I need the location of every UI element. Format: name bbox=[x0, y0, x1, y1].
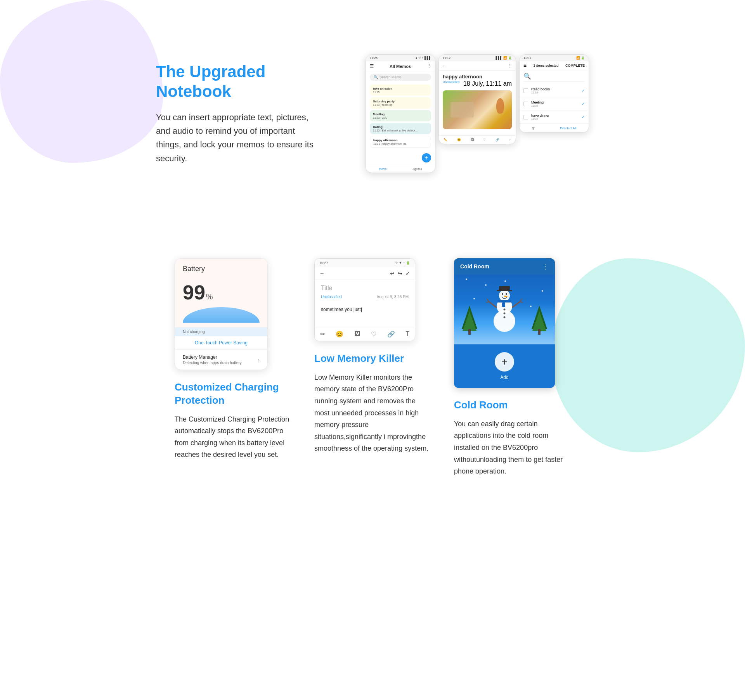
svg-line-14 bbox=[512, 302, 520, 308]
memo-list: take an exam 11:25 Saturday party 11:23 … bbox=[366, 83, 435, 151]
redo-icon[interactable]: ↪ bbox=[398, 270, 402, 277]
cold-room-add-area: + Add bbox=[454, 344, 555, 388]
toolbar-icon-1[interactable]: ✏ bbox=[320, 330, 325, 338]
checkbox-1[interactable] bbox=[523, 88, 528, 93]
low-memory-desc: Low Memory Killer monitors the memory st… bbox=[314, 372, 431, 455]
bottom-three-cols: Battery 99 % Not charging One-Touch Powe… bbox=[175, 258, 570, 477]
checkbox-3[interactable] bbox=[523, 115, 528, 119]
battery-card: Battery 99 % Not charging One-Touch Powe… bbox=[175, 258, 268, 370]
svg-line-16 bbox=[486, 302, 489, 302]
svg-point-9 bbox=[506, 293, 507, 295]
emoji-icon[interactable]: 😊 bbox=[457, 138, 461, 142]
nav-agenda[interactable]: Agenda bbox=[412, 168, 422, 170]
checklist-bottom-toolbar: 🗑 Deselect All bbox=[520, 124, 589, 132]
search-placeholder: Search Memo bbox=[379, 75, 401, 79]
phone-memos-list: 11:25 ● ☆ ↑ ▌▌▌ ☰ All Memos ⋮ 🔍 Search M… bbox=[366, 54, 435, 173]
add-button[interactable]: + bbox=[495, 352, 514, 372]
checkbox-2[interactable] bbox=[523, 102, 528, 106]
top-section: The Upgraded Notebook You can insert app… bbox=[0, 0, 745, 235]
back-icon-memo[interactable]: ← bbox=[319, 270, 325, 277]
svg-point-8 bbox=[502, 293, 503, 295]
toolbar-icon-2[interactable]: 😊 bbox=[336, 330, 343, 338]
battery-manager-row[interactable]: Battery Manager Detecting when apps drai… bbox=[175, 350, 267, 370]
nav-memo[interactable]: Memo bbox=[379, 168, 386, 170]
dots-icon[interactable]: ⋮ bbox=[508, 64, 512, 68]
toolbar-icon-5[interactable]: 🔗 bbox=[387, 330, 395, 338]
svg-rect-24 bbox=[538, 329, 541, 335]
edit-icon[interactable]: ✏️ bbox=[444, 138, 447, 142]
battery-percentage-row: 99 % bbox=[183, 281, 260, 304]
list-item[interactable]: Saturday party 11:23 | dress up bbox=[370, 97, 431, 109]
memo-title-field[interactable]: Title bbox=[315, 280, 415, 293]
battery-manager-title: Battery Manager bbox=[183, 354, 242, 360]
list-item[interactable]: Dating 11:23 | Eat with mark at five o'c… bbox=[370, 123, 431, 134]
list-item[interactable]: Meeting 11:23 | 2:30 bbox=[370, 110, 431, 121]
complete-button[interactable]: COMPLETE bbox=[565, 64, 585, 67]
back-icon[interactable]: ← bbox=[443, 64, 447, 68]
memo-category-label: Unclassified bbox=[321, 295, 342, 299]
memo-detail-title: happy afternoon bbox=[443, 74, 512, 80]
list-item[interactable]: happy afternoon 11:11 | happy afternoon … bbox=[370, 136, 431, 148]
checklist-search[interactable]: 🔍 bbox=[523, 73, 585, 82]
delete-icon[interactable]: 🗑 bbox=[532, 126, 535, 130]
phone-header-2: ← ⋮ bbox=[439, 61, 516, 71]
cold-room-column: Cold Room ⋮ bbox=[454, 258, 570, 477]
memo-date: 18 July, 11:11 am bbox=[463, 80, 512, 87]
check-item-2[interactable]: Meeting 11:30 ✓ bbox=[520, 97, 589, 111]
status-bar-2: 11:12 ▌▌▌ 📶 🔋 bbox=[439, 55, 516, 61]
battery-manager-sub: Detecting when apps drain battery bbox=[183, 361, 242, 365]
top-text: The Upgraded Notebook You can insert app… bbox=[156, 62, 319, 165]
check-label-1: Read books 11:30 bbox=[531, 87, 579, 94]
memo-action-icons: ↩ ↪ ✓ bbox=[390, 270, 410, 277]
battery-header-area: Battery 99 % bbox=[175, 259, 267, 327]
undo-icon[interactable]: ↩ bbox=[390, 270, 395, 277]
toolbar-icon-3[interactable]: 🖼 bbox=[354, 330, 360, 338]
cold-room-header: Cold Room ⋮ bbox=[454, 258, 555, 275]
link-icon[interactable]: 🔗 bbox=[496, 138, 499, 142]
phone-memo-detail: 11:12 ▌▌▌ 📶 🔋 ← ⋮ happy afternoon Unclas… bbox=[438, 54, 516, 144]
status-bar-1: 11:25 ● ☆ ↑ ▌▌▌ bbox=[366, 55, 435, 61]
check-mark-2: ✓ bbox=[582, 102, 585, 106]
bottom-content: Battery 99 % Not charging One-Touch Powe… bbox=[0, 258, 745, 477]
memo-typing-area[interactable]: sometimes you just bbox=[315, 304, 415, 327]
snow-dot bbox=[473, 298, 475, 299]
svg-point-21 bbox=[504, 316, 506, 318]
deselect-icon[interactable]: Deselect All bbox=[560, 126, 576, 130]
checklist-header-menu: ☰ bbox=[523, 64, 527, 67]
heart-icon[interactable]: ♡ bbox=[483, 138, 486, 142]
memo-nav-icons: ← bbox=[319, 270, 325, 277]
cold-room-feature-title: Cold Room bbox=[454, 399, 570, 412]
text-icon[interactable]: T bbox=[509, 138, 511, 142]
toolbar-icon-4[interactable]: ♡ bbox=[371, 330, 376, 338]
time-2: 11:12 bbox=[443, 56, 450, 60]
time-3: 11:31 bbox=[523, 56, 531, 60]
items-selected-label: 3 items selected bbox=[533, 64, 558, 67]
battery-number: 99 bbox=[183, 281, 205, 304]
memo-search[interactable]: 🔍 Search Memo bbox=[370, 74, 431, 81]
cold-room-title-label: Cold Room bbox=[460, 263, 489, 270]
check-item-3[interactable]: have dinner 11:30 ✓ bbox=[520, 111, 589, 124]
battery-column: Battery 99 % Not charging One-Touch Powe… bbox=[175, 258, 291, 461]
check-mark-3: ✓ bbox=[582, 115, 585, 119]
toolbar-icon-6[interactable]: T bbox=[405, 330, 409, 338]
snow-dot bbox=[504, 280, 506, 282]
fab-button[interactable]: + bbox=[422, 153, 431, 162]
svg-point-19 bbox=[504, 309, 506, 311]
battery-percent-sign: % bbox=[206, 292, 213, 301]
memo-image bbox=[443, 90, 512, 129]
detail-content: happy afternoon Unclassified 18 July, 11… bbox=[439, 71, 516, 135]
all-memos-title: All Memos bbox=[390, 64, 411, 69]
charging-protection-title: Customized Charging Protection bbox=[175, 381, 291, 407]
cold-room-dots-icon[interactable]: ⋮ bbox=[542, 262, 549, 271]
check-item-1[interactable]: Read books 11:30 ✓ bbox=[520, 84, 589, 97]
battery-title: Battery bbox=[183, 265, 260, 273]
image-icon[interactable]: 🖼 bbox=[471, 138, 474, 142]
tree-right-icon bbox=[532, 306, 547, 337]
check-icon[interactable]: ✓ bbox=[405, 270, 410, 277]
svg-rect-7 bbox=[499, 286, 510, 290]
memo-bottom-toolbar: ✏ 😊 🖼 ♡ 🔗 T bbox=[315, 327, 415, 341]
cold-room-screenshot-wrapper: Cold Room ⋮ bbox=[454, 258, 570, 388]
list-item[interactable]: take an exam 11:25 bbox=[370, 85, 431, 96]
svg-line-13 bbox=[489, 302, 497, 308]
battery-power-saving-button[interactable]: One-Touch Power Saving bbox=[175, 336, 267, 350]
